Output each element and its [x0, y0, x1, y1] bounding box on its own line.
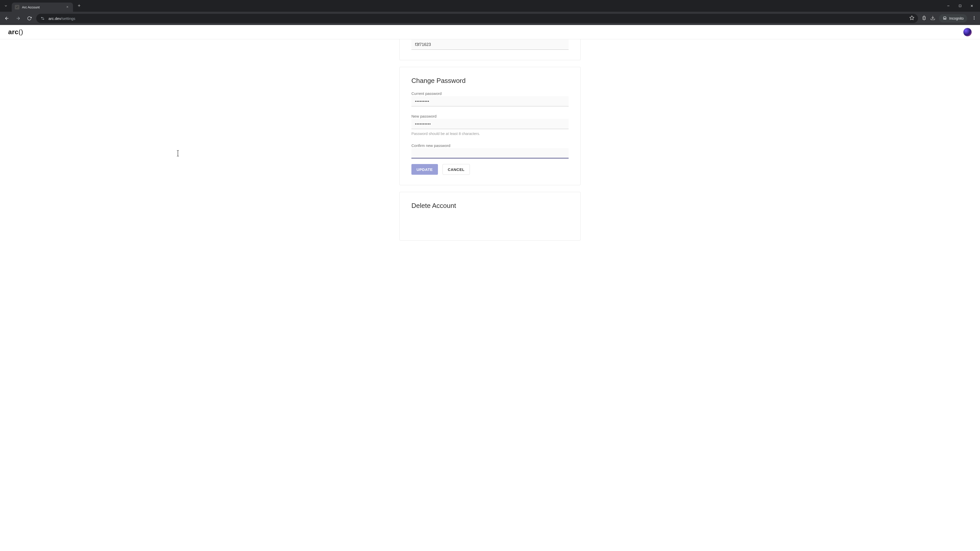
svg-point-16 — [943, 18, 945, 19]
tab-title: Arc Account — [22, 5, 62, 9]
change-password-card: Change Password Current password New pas… — [399, 67, 581, 185]
svg-point-17 — [945, 18, 946, 19]
new-password-hint: Password should be at least 8 characters… — [411, 132, 569, 136]
tab-close-icon[interactable] — [65, 5, 70, 10]
avatar[interactable] — [963, 28, 972, 37]
url-box[interactable]: arc.dev/settings — [36, 14, 918, 23]
confirm-password-input-wrap[interactable] — [411, 148, 569, 159]
new-password-field: New password Password should be at least… — [411, 114, 569, 136]
current-password-label: Current password — [411, 91, 569, 96]
delete-account-title: Delete Account — [411, 202, 569, 210]
url-text: arc.dev/settings — [48, 16, 75, 21]
address-bar: arc.dev/settings Incognito — [0, 12, 980, 25]
svg-point-20 — [974, 17, 975, 18]
site-info-icon[interactable] — [40, 16, 45, 21]
confirm-password-field: Confirm new password — [411, 143, 569, 159]
svg-point-19 — [974, 16, 975, 17]
new-password-input-wrap[interactable] — [411, 119, 569, 129]
nav-back-button[interactable] — [3, 14, 11, 23]
browser-tab[interactable]: Arc Account — [12, 3, 73, 12]
browser-chrome: Arc Account — [0, 0, 980, 25]
svg-rect-5 — [959, 5, 961, 7]
extensions-icon[interactable] — [921, 15, 927, 21]
username-value: f3f71623 — [415, 42, 431, 47]
site-logo[interactable]: arc() — [8, 28, 23, 36]
downloads-icon[interactable] — [930, 15, 935, 21]
delete-account-card: Delete Account — [399, 192, 581, 241]
new-password-label: New password — [411, 114, 569, 118]
svg-point-21 — [974, 19, 975, 20]
site-header: arc() — [0, 25, 980, 39]
tabs-dropdown-button[interactable] — [2, 2, 10, 10]
confirm-password-input[interactable] — [415, 151, 565, 156]
svg-marker-14 — [910, 16, 914, 20]
new-tab-button[interactable] — [75, 2, 83, 10]
change-password-title: Change Password — [411, 77, 569, 85]
window-maximize-button[interactable] — [956, 2, 964, 10]
nav-forward-button[interactable] — [14, 14, 22, 23]
incognito-badge[interactable]: Incognito — [939, 14, 967, 22]
settings-column: Username f3f71623 Change Password Curren… — [399, 35, 581, 349]
window-close-button[interactable] — [968, 2, 975, 10]
window-controls — [945, 2, 978, 10]
page-viewport: arc() Username f3f71623 Change Password … — [0, 25, 980, 551]
current-password-field: Current password — [411, 91, 569, 106]
tab-favicon-icon — [15, 5, 19, 10]
tab-strip: Arc Account — [0, 0, 980, 12]
cancel-button[interactable]: CANCEL — [442, 164, 470, 175]
bookmark-icon[interactable] — [909, 15, 915, 21]
incognito-icon — [942, 16, 947, 21]
new-password-input[interactable] — [415, 122, 565, 126]
username-input-wrap: f3f71623 — [411, 40, 569, 50]
addr-actions: Incognito — [921, 14, 977, 22]
browser-menu-button[interactable] — [971, 14, 977, 22]
update-button[interactable]: UPDATE — [411, 164, 438, 175]
nav-reload-button[interactable] — [25, 14, 34, 23]
page-scroll[interactable]: arc() Username f3f71623 Change Password … — [0, 25, 980, 551]
incognito-label: Incognito — [949, 16, 964, 21]
current-password-input-wrap[interactable] — [411, 96, 569, 106]
window-minimize-button[interactable] — [945, 2, 952, 10]
current-password-input[interactable] — [415, 99, 565, 103]
confirm-password-label: Confirm new password — [411, 143, 569, 148]
password-actions: UPDATE CANCEL — [411, 164, 569, 175]
